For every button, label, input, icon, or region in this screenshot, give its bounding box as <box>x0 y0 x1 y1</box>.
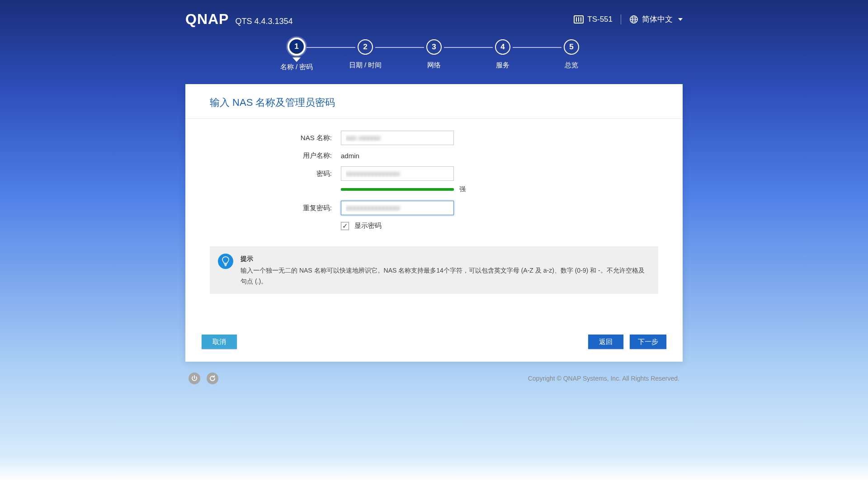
show-password-checkbox[interactable]: ✓ <box>341 222 349 230</box>
hint-box: 提示 输入一个独一无二的 NAS 名称可以快速地辨识它。NAS 名称支持最多14… <box>210 246 658 294</box>
step-network[interactable]: 3 网络 <box>400 39 468 71</box>
stepper: 1 名称 / 密码 2 日期 / 时间 3 网络 4 服务 5 总览 <box>262 39 606 71</box>
setup-card: 输入 NAS 名称及管理员密码 NAS 名称: 用户名称: admin 密码: … <box>185 84 683 362</box>
nas-icon <box>574 15 584 24</box>
password-strength: 强 <box>341 185 658 193</box>
product-version: QTS 4.4.3.1354 <box>235 17 292 26</box>
username-label: 用户名称: <box>210 151 341 160</box>
power-icon[interactable] <box>189 373 200 384</box>
step-summary[interactable]: 5 总览 <box>537 39 606 71</box>
form-area: NAS 名称: 用户名称: admin 密码: 强 重复密码: ✓ 显示密码 <box>185 119 683 235</box>
hint-body: 输入一个独一无二的 NAS 名称可以快速地辨识它。NAS 名称支持最多14个字符… <box>241 265 650 287</box>
password-label: 密码: <box>210 170 341 178</box>
step-number: 1 <box>288 38 306 56</box>
model-badge: TS-551 <box>574 15 613 24</box>
brand: QNAP QTS 4.4.3.1354 <box>185 11 293 28</box>
header: QNAP QTS 4.4.3.1354 TS-551 简体中文 <box>181 0 687 36</box>
language-label: 简体中文 <box>642 14 673 24</box>
footer-icons <box>189 373 218 384</box>
username-value: admin <box>341 152 359 160</box>
copyright: Copyright © QNAP Systems, Inc. All Right… <box>528 375 679 382</box>
step-number: 3 <box>426 39 442 55</box>
hint-title: 提示 <box>241 254 650 264</box>
model-label: TS-551 <box>587 15 613 24</box>
repeat-password-input[interactable] <box>341 201 454 215</box>
next-button[interactable]: 下一步 <box>630 335 666 349</box>
page-footer: Copyright © QNAP Systems, Inc. All Right… <box>183 368 685 393</box>
repeat-password-label: 重复密码: <box>210 204 341 212</box>
step-label: 总览 <box>565 61 578 70</box>
row-username: 用户名称: admin <box>210 151 658 160</box>
divider <box>621 14 621 24</box>
row-nas-name: NAS 名称: <box>210 131 658 145</box>
step-services[interactable]: 4 服务 <box>468 39 537 71</box>
step-number: 4 <box>495 39 510 55</box>
show-password-label: 显示密码 <box>354 222 382 230</box>
step-label: 名称 / 密码 <box>280 63 313 71</box>
cancel-button[interactable]: 取消 <box>202 335 237 349</box>
step-pointer-icon <box>292 57 301 62</box>
hint-content: 提示 输入一个独一无二的 NAS 名称可以快速地辨识它。NAS 名称支持最多14… <box>241 254 650 287</box>
step-label: 日期 / 时间 <box>349 61 382 70</box>
nas-name-label: NAS 名称: <box>210 134 341 142</box>
step-date-time[interactable]: 2 日期 / 时间 <box>331 39 400 71</box>
back-button[interactable]: 返回 <box>588 335 623 349</box>
logo: QNAP <box>185 11 229 28</box>
strength-bar <box>341 188 454 191</box>
card-title: 输入 NAS 名称及管理员密码 <box>185 84 683 119</box>
chevron-down-icon <box>678 18 683 21</box>
step-label: 服务 <box>496 61 509 70</box>
row-repeat-password: 重复密码: <box>210 201 658 215</box>
step-label: 网络 <box>427 61 441 70</box>
strength-label: 强 <box>459 185 466 193</box>
step-number: 5 <box>564 39 579 55</box>
row-password: 密码: <box>210 166 658 181</box>
row-show-password: ✓ 显示密码 <box>341 222 658 230</box>
lightbulb-icon <box>218 254 233 269</box>
globe-icon <box>629 15 638 24</box>
card-footer: 取消 返回 下一步 <box>185 294 683 351</box>
nas-name-input[interactable] <box>341 131 454 145</box>
language-selector[interactable]: 简体中文 <box>629 14 683 24</box>
step-number: 2 <box>358 39 373 55</box>
header-right: TS-551 简体中文 <box>574 14 683 24</box>
password-input[interactable] <box>341 166 454 181</box>
step-name-password[interactable]: 1 名称 / 密码 <box>262 39 331 71</box>
refresh-icon[interactable] <box>207 373 218 384</box>
